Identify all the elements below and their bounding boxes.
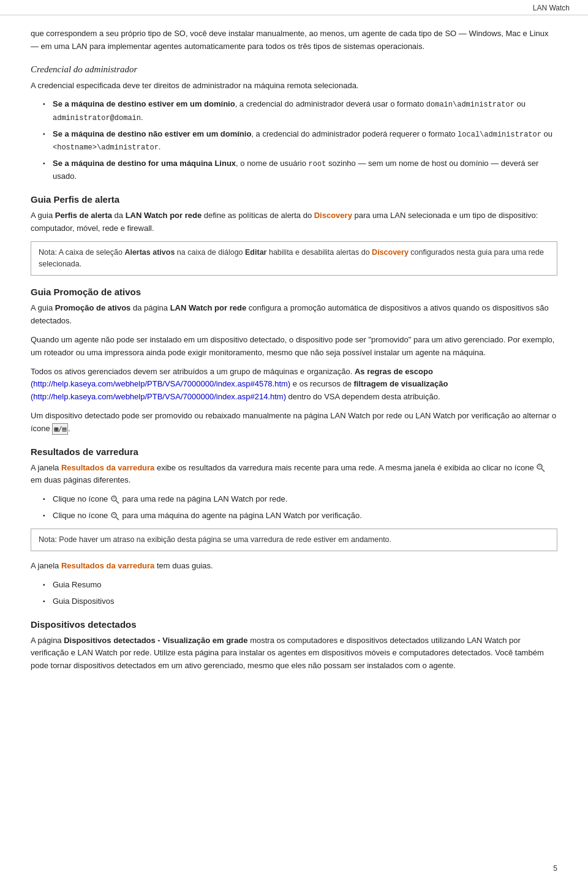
scan-icon-3 (110, 511, 120, 521)
svg-point-2 (111, 496, 116, 501)
resultados-varredura-label-1: Resultados da varredura (61, 463, 154, 472)
scan-icon-1 (536, 463, 546, 473)
lan-watch-rede-2: LAN Watch por rede (170, 303, 246, 312)
resultados-para-1: A janela Resultados da varredura exibe o… (31, 462, 557, 488)
section-guia-promocao: Guia Promoção de ativos A guia Promoção … (31, 287, 557, 435)
header-title: LAN Watch (533, 4, 570, 12)
dispositivos-detectados-label: Dispositivos detectados - Visualização e… (64, 636, 247, 645)
section-dispositivos: Dispositivos detectados A página Disposi… (31, 619, 557, 672)
perfis-para-1: A guia Perfis de alerta da LAN Watch por… (31, 209, 557, 235)
section-resultados: Resultados de varredura A janela Resulta… (31, 446, 557, 608)
resultados-para-2: A janela Resultados da varredura tem dua… (31, 560, 557, 573)
format-root: root (309, 160, 326, 168)
editar-label: Editar (245, 248, 266, 257)
link-filtragem: (http://help.kaseya.com/webhelp/PTB/VSA/… (31, 392, 286, 401)
section-credencial: Credencial do administrador A credencial… (31, 64, 557, 184)
bullet-linux: Se a máquina de destino for uma máquina … (43, 157, 557, 183)
bullet-sem-dominio-bold: Se a máquina de destino não estiver em u… (53, 129, 251, 138)
resultados-varredura-label-2: Resultados da varredura (61, 561, 154, 570)
svg-point-4 (111, 513, 116, 518)
promocao-para-2: Quando um agente não pode ser instalado … (31, 334, 557, 360)
scan-icon-2 (110, 495, 120, 505)
section-heading-dispositivos: Dispositivos detectados (31, 619, 557, 630)
bullet-dominio: Se a máquina de destino estiver em um do… (43, 98, 557, 124)
format-domain-admin: domain\administrator (426, 100, 514, 109)
filtragem-label: filtragem de visualização (354, 379, 448, 388)
format-hostname-admin: <hostname>\administrator (53, 143, 159, 152)
regras-escopo-label: As regras de escopo (355, 367, 433, 376)
bullet-dominio-bold: Se a máquina de destino estiver em um do… (53, 99, 235, 108)
intro-paragraph: que correspondem a seu próprio tipo de S… (31, 28, 557, 53)
promocao-para-3: Todos os ativos gerenciados devem ser at… (31, 366, 557, 404)
svg-line-5 (116, 517, 119, 520)
toggle-icon: ▦/▤ (52, 423, 68, 435)
guias-bullet-list: Guia Resumo Guia Dispositivos (43, 579, 557, 608)
promocao-para-1: A guia Promoção de ativos da página LAN … (31, 302, 557, 328)
page-number: 5 (553, 864, 557, 873)
bullet-linux-bold: Se a máquina de destino for uma máquina … (53, 159, 236, 168)
svg-line-1 (542, 469, 545, 472)
discovery-label-2: Discovery (372, 248, 409, 257)
lan-watch-rede-1: LAN Watch por rede (126, 211, 202, 220)
resultados-bullet-list: Clique no ícone para uma rede na página … (43, 493, 557, 522)
page-header: LAN Watch (0, 0, 588, 15)
link-escopo: (http://help.kaseya.com/webhelp/PTB/VSA/… (31, 379, 290, 388)
promocao-para-4: Um dispositivo detectado pode ser promov… (31, 410, 557, 435)
dispositivos-para-1: A página Dispositivos detectados - Visua… (31, 635, 557, 672)
bullet-sem-dominio: Se a máquina de destino não estiver em u… (43, 128, 557, 154)
note-text-perfis: Nota: A caixa de seleção Alertas ativos … (39, 248, 544, 268)
page-content: que correspondem a seu próprio tipo de S… (0, 15, 588, 707)
format-local-admin: local\administrator (458, 130, 541, 139)
note-text-varredura: Nota: Pode haver um atraso na exibição d… (39, 535, 391, 544)
note-box-varredura: Nota: Pode haver um atraso na exibição d… (31, 529, 557, 551)
svg-point-0 (537, 464, 542, 469)
perfis-link: Perfis de alerta (55, 211, 112, 220)
credencial-para-1: A credencial especificada deve ter direi… (31, 80, 557, 92)
bullet-guia-dispositivos: Guia Dispositivos (43, 595, 557, 608)
discovery-label-1: Discovery (314, 211, 352, 220)
alertas-ativos-label: Alertas ativos (124, 248, 175, 257)
note-box-perfis: Nota: A caixa de seleção Alertas ativos … (31, 241, 557, 276)
section-guia-perfis: Guia Perfis de alerta A guia Perfis de a… (31, 194, 557, 276)
section-heading-perfis: Guia Perfis de alerta (31, 194, 557, 205)
bullet-agente: Clique no ícone para uma máquina do agen… (43, 510, 557, 522)
promocao-ativos-label: Promoção de ativos (55, 303, 131, 312)
section-heading-resultados: Resultados de varredura (31, 446, 557, 457)
bullet-guia-resumo: Guia Resumo (43, 579, 557, 592)
credencial-bullet-list: Se a máquina de destino estiver em um do… (43, 98, 557, 183)
section-heading-promocao: Guia Promoção de ativos (31, 287, 557, 297)
bullet-rede: Clique no ícone para uma rede na página … (43, 493, 557, 506)
svg-line-3 (116, 500, 119, 503)
format-admin-at: administrator@domain (53, 114, 141, 122)
section-heading-credencial: Credencial do administrador (31, 64, 557, 75)
